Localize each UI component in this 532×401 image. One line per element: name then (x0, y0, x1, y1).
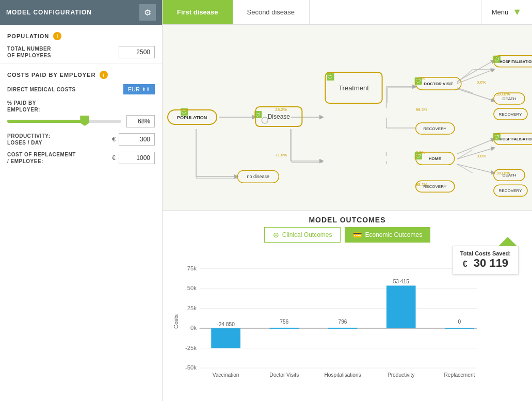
chart-wrapper: Costs Total Costs Saved: € 30 119 75k 50… (171, 246, 524, 397)
svg-line-44 (457, 70, 493, 84)
svg-text:DEATH: DEATH (503, 97, 517, 101)
slider-track[interactable] (7, 120, 121, 123)
svg-text:Vaccination: Vaccination (213, 372, 239, 378)
direct-medical-label: DIRECT MEDICAL COSTS (7, 86, 76, 93)
population-section: POPULATION i TOTAL NUMBEROF EMPLOYEES (0, 25, 162, 63)
paid-by-input[interactable] (126, 115, 155, 127)
svg-line-49 (457, 148, 493, 159)
productivity-input[interactable] (119, 133, 155, 146)
clinical-icon: ⊕ (273, 231, 279, 239)
employees-input[interactable] (119, 46, 155, 58)
svg-text:Disease: Disease (268, 113, 291, 120)
productivity-row: PRODUCTIVITY:LOSES / DAY € (7, 133, 155, 146)
currency-label: EUR (128, 86, 140, 92)
productivity-euro: € (112, 136, 116, 143)
svg-text:53 415: 53 415 (393, 279, 409, 284)
svg-text:99.2%: 99.2% (416, 107, 428, 112)
svg-text:Productivity: Productivity (388, 372, 415, 378)
svg-text:RECOVERY: RECOVERY (423, 184, 446, 189)
gear-icon: ⚙ (144, 8, 151, 18)
replacement-euro: € (112, 154, 116, 162)
svg-text:HOME: HOME (429, 156, 442, 161)
replacement-row: COST OF REPLACEMENT/ EMPLOYEE: € (7, 151, 155, 165)
paid-by-row: % PAID BYEMPLOYER: (7, 100, 155, 127)
svg-text:Hospitalisations: Hospitalisations (324, 372, 361, 378)
svg-line-46 (457, 61, 493, 82)
total-costs-box: Total Costs Saved: € 30 119 (453, 246, 519, 275)
slider-thumb[interactable] (80, 116, 89, 126)
svg-text:0: 0 (458, 319, 461, 325)
productivity-input-row: € (112, 133, 155, 146)
svg-text:50k: 50k (187, 285, 197, 291)
currency-arrow-icon: ⬆⬇ (142, 87, 150, 92)
employees-row: TOTAL NUMBEROF EMPLOYEES (7, 45, 155, 59)
svg-text:DEATH: DEATH (503, 173, 517, 178)
svg-text:756: 756 (280, 319, 288, 325)
economic-label: Economic Outcomes (365, 231, 422, 238)
svg-text:75k: 75k (187, 265, 197, 271)
svg-text:0.0%: 0.0% (477, 80, 486, 85)
svg-line-50 (457, 164, 493, 173)
svg-text:Replacement: Replacement (444, 372, 475, 378)
svg-line-15 (457, 164, 473, 173)
population-title: POPULATION i (7, 32, 155, 40)
total-costs-euro: € (463, 260, 467, 268)
svg-rect-126 (328, 328, 358, 329)
svg-point-76 (262, 117, 268, 123)
svg-text:-50k: -50k (185, 364, 197, 371)
outcomes-title: MODEL OUTCOMES (171, 211, 524, 227)
total-costs-value: € 30 119 (460, 256, 511, 270)
direct-medical-row: DIRECT MEDICAL COSTS EUR ⬆⬇ (7, 84, 155, 94)
svg-text:28.2%: 28.2% (275, 107, 287, 112)
svg-text:71.8%: 71.8% (275, 153, 287, 157)
menu-label: Menu (492, 8, 509, 16)
svg-text:RECOVERY: RECOVERY (499, 188, 522, 193)
costs-title: COSTS PAID BY EMPLOYER i (7, 71, 155, 79)
costs-info-icon[interactable]: i (100, 71, 108, 79)
y-axis-label: Costs (171, 246, 179, 397)
svg-rect-122 (211, 328, 240, 348)
total-costs-triangle-icon (498, 237, 517, 246)
outcomes-area: MODEL OUTCOMES ⊕ Clinical Outcomes 💳 Eco… (163, 211, 532, 401)
clinical-outcomes-button[interactable]: ⊕ Clinical Outcomes (264, 227, 341, 243)
sidebar-title: MODEL CONFIGURATION (6, 9, 92, 16)
svg-text:HOSPITALISATION: HOSPITALISATION (499, 137, 532, 141)
replacement-label: COST OF REPLACEMENT/ EMPLOYEE: (7, 151, 76, 165)
slider-container (7, 115, 155, 127)
svg-text:796: 796 (338, 319, 347, 325)
svg-text:25k: 25k (187, 305, 197, 311)
svg-text:no disease: no disease (247, 174, 269, 179)
svg-text:-24 850: -24 850 (217, 322, 235, 327)
currency-select[interactable]: EUR ⬆⬇ (123, 84, 155, 94)
svg-text:-25k: -25k (185, 345, 197, 351)
sidebar: MODEL CONFIGURATION ⚙ POPULATION i TOTAL… (0, 0, 163, 401)
total-costs-amount: 30 119 (474, 256, 508, 269)
main-content: First disease Second disease Menu ▼ (163, 0, 532, 401)
economic-outcomes-button[interactable]: 💳 Economic Outcomes (345, 227, 430, 243)
svg-line-45 (457, 89, 493, 101)
menu-button[interactable]: Menu ▼ (481, 0, 532, 24)
svg-rect-130 (445, 328, 474, 329)
svg-text:RECOVERY: RECOVERY (499, 112, 522, 117)
productivity-label: PRODUCTIVITY:LOSES / DAY (7, 133, 51, 146)
employees-label: TOTAL NUMBEROF EMPLOYEES (7, 45, 51, 59)
population-info-icon[interactable]: i (53, 32, 61, 40)
tab-second-disease[interactable]: Second disease (233, 0, 310, 24)
gear-button[interactable]: ⚙ (139, 4, 156, 21)
svg-text:🛡: 🛡 (255, 112, 261, 118)
svg-text:POPULATION: POPULATION (177, 115, 207, 120)
svg-text:Treatment: Treatment (338, 84, 369, 92)
svg-text:HOSPITALISATION: HOSPITALISATION (499, 59, 532, 64)
svg-text:Doctor Visits: Doctor Visits (269, 372, 299, 378)
svg-line-51 (457, 139, 493, 154)
svg-text:0k: 0k (190, 325, 197, 331)
tab-first-disease[interactable]: First disease (163, 0, 233, 24)
svg-text:RECOVERY: RECOVERY (423, 126, 446, 131)
svg-text:🛡: 🛡 (328, 74, 333, 80)
svg-text:DOCTOR VISIT: DOCTOR VISIT (424, 82, 453, 86)
chart-container: Total Costs Saved: € 30 119 75k 50k 25k … (179, 246, 524, 397)
replacement-input[interactable] (119, 152, 155, 164)
sidebar-header: MODEL CONFIGURATION ⚙ (0, 0, 162, 25)
svg-rect-128 (386, 285, 416, 328)
replacement-input-row: € (112, 152, 155, 164)
